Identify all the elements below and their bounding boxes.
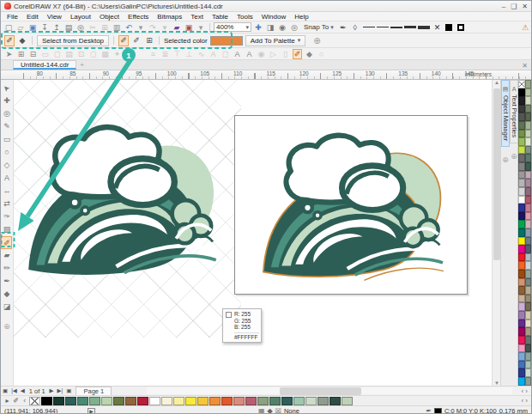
color-swatch[interactable]	[525, 154, 532, 162]
copy-icon[interactable]: ⊞	[100, 22, 110, 33]
color-swatch[interactable]	[518, 344, 525, 353]
document-color-swatch[interactable]	[197, 397, 209, 405]
document-color-swatch[interactable]	[305, 397, 317, 405]
color-swatch[interactable]	[518, 179, 525, 187]
color-swatch[interactable]	[525, 96, 532, 105]
color-swatch[interactable]	[525, 377, 532, 386]
document-color-swatch[interactable]	[209, 397, 221, 405]
color-swatch[interactable]	[525, 162, 532, 171]
save-icon[interactable]: ▣	[27, 22, 38, 33]
color-swatch[interactable]	[525, 220, 532, 228]
color-swatch[interactable]	[525, 121, 532, 130]
outline-width-preset[interactable]	[404, 26, 416, 28]
document-color-swatch[interactable]	[281, 397, 293, 405]
outline-width-preset[interactable]	[363, 27, 375, 27]
text-tool[interactable]: A	[1, 172, 12, 185]
document-color-swatch[interactable]	[269, 397, 281, 405]
welcome-screen-icon[interactable]: ▣	[184, 22, 194, 33]
color-swatch[interactable]	[525, 113, 532, 121]
last-page-icon[interactable]: ▶|	[56, 387, 65, 394]
color-swatch[interactable]	[525, 228, 532, 237]
add-page-icon[interactable]: ▣	[1, 387, 9, 394]
scroll-up-icon[interactable]: ▲	[493, 80, 501, 85]
fmt-font-aa2-icon[interactable]: A	[245, 50, 254, 58]
add-plus-icon[interactable]: ⊕	[313, 36, 320, 46]
horizontal-scroll-thumb[interactable]	[280, 387, 361, 395]
color-swatch[interactable]	[518, 368, 525, 377]
color-swatch[interactable]	[525, 105, 532, 113]
color-swatch[interactable]	[525, 320, 532, 328]
color-swatch[interactable]	[518, 270, 525, 278]
no-outline-icon[interactable]: ✕	[434, 23, 441, 32]
add-page-after-icon[interactable]: ▣	[64, 387, 73, 394]
color-swatch[interactable]	[525, 361, 532, 369]
rectangle-tool[interactable]: ▭	[1, 133, 12, 146]
fmt-dis-14[interactable]: A	[209, 50, 218, 58]
menu-item[interactable]: Table	[208, 12, 233, 21]
export-icon[interactable]: ↥	[51, 22, 62, 33]
document-color-swatch[interactable]	[53, 397, 64, 405]
ellipse-tool[interactable]: ○	[1, 146, 12, 159]
fmt-dis-10[interactable]: ≣	[160, 50, 170, 58]
transparency-tool[interactable]: ▨	[1, 223, 12, 236]
color-swatch[interactable]	[525, 137, 532, 146]
paste-icon[interactable]: ▥	[112, 22, 122, 33]
fmt-dis-6[interactable]: ▦	[100, 50, 110, 58]
fill-dialog-icon[interactable]: ◊	[350, 22, 360, 33]
fmt-dis-12[interactable]: ⊥	[184, 50, 194, 58]
outline-width-preset[interactable]	[418, 26, 430, 29]
menu-item[interactable]: Edit	[22, 12, 43, 21]
drop-shadow-tool[interactable]: ◪	[1, 301, 12, 314]
outline-width-preset[interactable]	[377, 27, 389, 27]
color-swatch[interactable]	[525, 295, 532, 303]
color-swatch[interactable]	[525, 146, 532, 155]
color-swatch[interactable]	[525, 311, 532, 320]
color-swatch[interactable]	[525, 237, 532, 246]
color-swatch[interactable]	[525, 261, 532, 270]
color-swatch[interactable]	[518, 146, 525, 155]
update-alert-icon[interactable]: ⚠	[522, 23, 529, 32]
new-tab-button[interactable]: +	[76, 60, 87, 70]
fmt-dis-17[interactable]: ▷	[269, 50, 278, 58]
color-swatch[interactable]	[525, 130, 532, 138]
color-swatch[interactable]	[518, 171, 525, 180]
application-launcher-icon[interactable]: ▰	[172, 22, 182, 33]
menu-item[interactable]: Layout	[66, 12, 95, 21]
document-tab[interactable]: Untitled-144.cdr	[13, 60, 76, 70]
color-swatch[interactable]	[518, 377, 525, 386]
color-swatch[interactable]	[525, 212, 532, 221]
document-color-swatch[interactable]	[161, 397, 172, 405]
document-color-swatch[interactable]	[77, 397, 88, 405]
color-swatch[interactable]	[518, 105, 525, 113]
show-rulers-icon[interactable]: ◉	[277, 22, 287, 33]
pan-tool-icon[interactable]: ✚	[253, 22, 263, 33]
fmt-dis-11[interactable]: ⊤	[172, 50, 182, 58]
freehand-tool[interactable]: ✎	[1, 120, 12, 133]
new-document-icon[interactable]: ▢	[3, 22, 14, 33]
color-eyedropper-icon[interactable]: ✐	[4, 35, 15, 46]
undo-caret-icon[interactable]: ▾	[136, 22, 146, 33]
color-swatch[interactable]	[525, 187, 532, 196]
wave-bitmap-original[interactable]	[21, 121, 222, 281]
outline-swatch[interactable]	[457, 24, 464, 31]
color-swatch[interactable]	[518, 278, 525, 287]
page-tab[interactable]: Page 1	[76, 387, 112, 395]
docker-tab-object-manager[interactable]: ▤ Object Manager	[501, 80, 510, 147]
menu-item[interactable]: Effects	[124, 12, 153, 21]
wave-vector-trace[interactable]	[251, 130, 455, 283]
brush-tool[interactable]: ✏	[1, 262, 12, 275]
document-color-swatch[interactable]	[101, 397, 112, 405]
color-swatch[interactable]	[518, 228, 525, 237]
color-swatch[interactable]	[525, 204, 532, 212]
welcome-caret-icon[interactable]: ▾	[196, 22, 206, 33]
document-color-swatch[interactable]	[317, 397, 329, 405]
color-swatch[interactable]	[518, 361, 525, 369]
smart-fill-tool[interactable]: ▰	[1, 249, 12, 262]
document-color-swatch[interactable]	[65, 397, 76, 405]
fmt-dis-8[interactable]: ▭	[124, 50, 134, 58]
document-color-swatch[interactable]	[221, 397, 233, 405]
color-swatch[interactable]	[525, 245, 532, 253]
fmt-dis-16[interactable]: ◉	[257, 50, 266, 58]
color-swatch[interactable]	[518, 311, 525, 320]
drawing-page[interactable]	[234, 115, 468, 295]
